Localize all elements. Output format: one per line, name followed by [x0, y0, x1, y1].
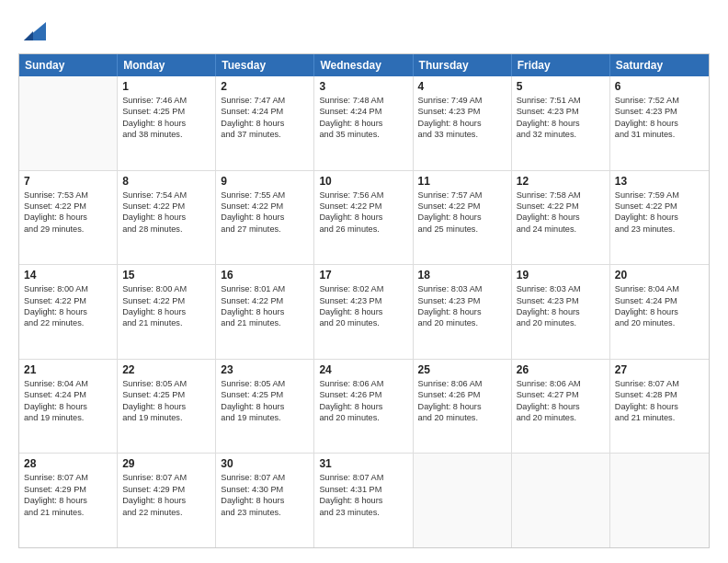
cell-line: Sunrise: 8:00 AM — [122, 283, 210, 294]
calendar: SundayMondayTuesdayWednesdayThursdayFrid… — [18, 53, 710, 548]
cell-line: Daylight: 8 hours — [418, 306, 506, 317]
cell-line: Sunrise: 7:57 AM — [418, 190, 506, 201]
cell-line: Daylight: 8 hours — [319, 401, 407, 412]
cell-line: Sunrise: 7:59 AM — [615, 190, 704, 201]
cell-line: Sunset: 4:22 PM — [122, 201, 210, 212]
cell-line: Daylight: 8 hours — [221, 118, 309, 129]
cal-cell-25: 25Sunrise: 8:06 AMSunset: 4:26 PMDayligh… — [414, 360, 512, 454]
cell-line: Daylight: 8 hours — [615, 401, 704, 412]
page: SundayMondayTuesdayWednesdayThursdayFrid… — [0, 0, 728, 563]
cell-line: and 19 minutes. — [24, 412, 112, 423]
svg-marker-1 — [24, 31, 33, 40]
cell-line: Sunrise: 8:06 AM — [418, 378, 506, 389]
day-number: 24 — [319, 363, 407, 376]
day-number: 7 — [24, 175, 112, 188]
cell-line: Sunrise: 7:56 AM — [319, 190, 407, 201]
cell-line: Sunset: 4:25 PM — [122, 389, 210, 400]
day-number: 18 — [418, 269, 506, 282]
day-number: 28 — [24, 457, 112, 470]
cell-line: Sunrise: 8:00 AM — [24, 283, 112, 294]
cell-line: Daylight: 8 hours — [319, 306, 407, 317]
week-row-5: 28Sunrise: 8:07 AMSunset: 4:29 PMDayligh… — [19, 454, 709, 547]
cal-cell-4: 4Sunrise: 7:49 AMSunset: 4:23 PMDaylight… — [414, 76, 512, 170]
cell-line: Daylight: 8 hours — [418, 212, 506, 223]
cell-line: Sunrise: 8:02 AM — [319, 283, 407, 294]
cell-line: and 22 minutes. — [122, 507, 210, 518]
cell-line: Sunrise: 8:07 AM — [24, 472, 112, 483]
cell-line: Sunset: 4:28 PM — [615, 389, 704, 400]
cal-cell-2: 2Sunrise: 7:47 AMSunset: 4:24 PMDaylight… — [216, 76, 314, 170]
day-number: 23 — [221, 363, 309, 376]
cal-cell-24: 24Sunrise: 8:06 AMSunset: 4:26 PMDayligh… — [314, 360, 413, 454]
day-number: 4 — [418, 80, 506, 93]
day-number: 20 — [615, 269, 704, 282]
cell-line: Sunset: 4:23 PM — [418, 106, 506, 117]
day-number: 13 — [615, 175, 704, 188]
cal-cell-28: 28Sunrise: 8:07 AMSunset: 4:29 PMDayligh… — [19, 454, 118, 547]
logo-icon — [20, 18, 46, 44]
cell-line: Daylight: 8 hours — [517, 306, 605, 317]
cell-line: Sunrise: 7:49 AM — [418, 95, 506, 106]
cal-cell-30: 30Sunrise: 8:07 AMSunset: 4:30 PMDayligh… — [216, 454, 314, 547]
day-number: 10 — [319, 175, 407, 188]
day-number: 12 — [517, 175, 605, 188]
cell-line: Daylight: 8 hours — [615, 212, 704, 223]
cal-cell-22: 22Sunrise: 8:05 AMSunset: 4:25 PMDayligh… — [118, 360, 216, 454]
cell-line: and 20 minutes. — [517, 412, 605, 423]
cell-line: and 21 minutes. — [615, 412, 704, 423]
cell-line: Sunset: 4:31 PM — [319, 484, 407, 495]
cell-line: Sunset: 4:22 PM — [122, 295, 210, 306]
cell-line: Daylight: 8 hours — [517, 118, 605, 129]
cal-cell-empty-6 — [610, 454, 709, 547]
week-row-2: 7Sunrise: 7:53 AMSunset: 4:22 PMDaylight… — [19, 171, 709, 266]
cell-line: Sunset: 4:22 PM — [24, 295, 112, 306]
cell-line: Sunset: 4:30 PM — [221, 484, 309, 495]
cell-line: Sunrise: 7:54 AM — [122, 190, 210, 201]
cell-line: Daylight: 8 hours — [122, 118, 210, 129]
cell-line: Daylight: 8 hours — [221, 306, 309, 317]
cell-line: and 20 minutes. — [319, 317, 407, 328]
cell-line: Sunset: 4:23 PM — [615, 106, 704, 117]
header — [18, 15, 710, 44]
cal-cell-20: 20Sunrise: 8:04 AMSunset: 4:24 PMDayligh… — [610, 265, 709, 359]
day-number: 22 — [122, 363, 210, 376]
cell-line: and 26 minutes. — [319, 224, 407, 235]
cell-line: Daylight: 8 hours — [418, 401, 506, 412]
cell-line: Sunset: 4:29 PM — [122, 484, 210, 495]
cell-line: Daylight: 8 hours — [319, 212, 407, 223]
cell-line: Daylight: 8 hours — [24, 212, 112, 223]
cal-cell-15: 15Sunrise: 8:00 AMSunset: 4:22 PMDayligh… — [118, 265, 216, 359]
cal-cell-8: 8Sunrise: 7:54 AMSunset: 4:22 PMDaylight… — [118, 171, 216, 265]
cell-line: Sunset: 4:24 PM — [24, 389, 112, 400]
cal-cell-7: 7Sunrise: 7:53 AMSunset: 4:22 PMDaylight… — [19, 171, 118, 265]
cal-cell-6: 6Sunrise: 7:52 AMSunset: 4:23 PMDaylight… — [610, 76, 709, 170]
cell-line: and 20 minutes. — [517, 317, 605, 328]
cal-cell-14: 14Sunrise: 8:00 AMSunset: 4:22 PMDayligh… — [19, 265, 118, 359]
cal-cell-18: 18Sunrise: 8:03 AMSunset: 4:23 PMDayligh… — [414, 265, 512, 359]
day-number: 5 — [517, 80, 605, 93]
cell-line: Daylight: 8 hours — [615, 118, 704, 129]
cell-line: Sunrise: 8:07 AM — [319, 472, 407, 483]
cell-line: Daylight: 8 hours — [221, 495, 309, 506]
day-number: 31 — [319, 457, 407, 470]
cell-line: Daylight: 8 hours — [319, 118, 407, 129]
header-day-monday: Monday — [118, 54, 216, 76]
cell-line: and 33 minutes. — [418, 129, 506, 140]
cell-line: Sunrise: 7:47 AM — [221, 95, 309, 106]
cell-line: Sunset: 4:24 PM — [319, 106, 407, 117]
cell-line: and 31 minutes. — [615, 129, 704, 140]
week-row-1: 1Sunrise: 7:46 AMSunset: 4:25 PMDaylight… — [19, 76, 709, 171]
cell-line: Sunrise: 7:55 AM — [221, 190, 309, 201]
cell-line: Sunset: 4:22 PM — [418, 201, 506, 212]
cell-line: Sunrise: 8:03 AM — [418, 283, 506, 294]
cal-cell-23: 23Sunrise: 8:05 AMSunset: 4:25 PMDayligh… — [216, 360, 314, 454]
header-day-sunday: Sunday — [19, 54, 118, 76]
cell-line: Sunset: 4:24 PM — [615, 295, 704, 306]
cell-line: and 28 minutes. — [122, 224, 210, 235]
cell-line: Sunset: 4:25 PM — [221, 389, 309, 400]
day-number: 9 — [221, 175, 309, 188]
cell-line: Daylight: 8 hours — [24, 306, 112, 317]
cell-line: Daylight: 8 hours — [221, 212, 309, 223]
cell-line: Sunset: 4:26 PM — [319, 389, 407, 400]
cell-line: Sunset: 4:23 PM — [517, 106, 605, 117]
